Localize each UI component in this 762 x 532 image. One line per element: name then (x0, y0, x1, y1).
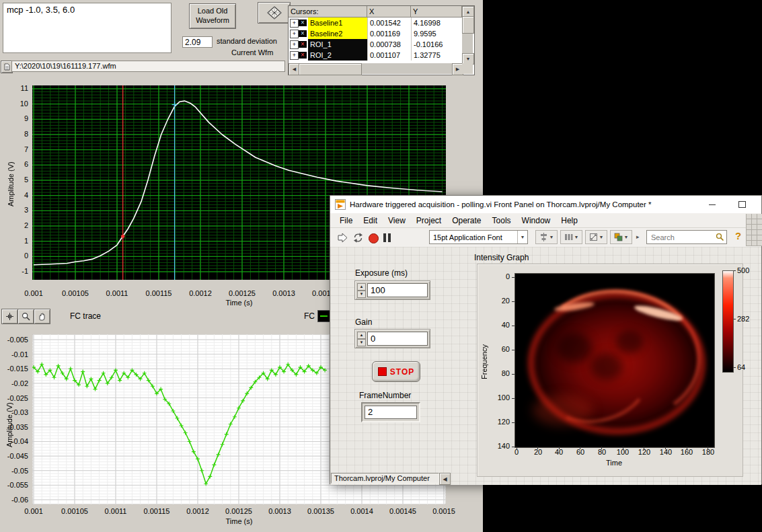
cursor-swatch: × (299, 30, 307, 37)
tick-label: -0.015 (4, 365, 28, 373)
fc-plot-legend[interactable] (317, 310, 330, 322)
graph-tool-cursor-button[interactable] (1, 309, 18, 324)
row-expander-icon[interactable]: + (290, 30, 299, 38)
increment-icon[interactable]: ▲ (357, 332, 366, 339)
gain-spinner[interactable]: ▲ ▼ (357, 332, 366, 346)
row-expander-icon[interactable]: + (290, 51, 299, 60)
hscroll-thumb[interactable] (299, 63, 362, 75)
decrement-icon[interactable]: ▼ (357, 339, 366, 346)
magnifier-icon (22, 312, 30, 321)
menu-window[interactable]: Window (517, 214, 556, 227)
menu-bar: File Edit View Project Operate Tools Win… (330, 213, 761, 228)
hand-icon (38, 312, 46, 321)
tick-label: 11 (8, 84, 28, 92)
menu-project[interactable]: Project (411, 214, 447, 227)
status-nav-left-button[interactable]: ◀ (439, 473, 451, 485)
row-expander-icon[interactable]: + (290, 19, 299, 28)
menu-view[interactable]: View (383, 214, 411, 227)
cursor-legend-col-y: Y (411, 6, 462, 17)
exposure-control[interactable]: ▲ ▼ 100 (354, 280, 430, 300)
gain-value-field[interactable]: 0 (367, 332, 428, 346)
tick-label: 120 (638, 448, 650, 456)
maximize-button[interactable] (727, 196, 757, 213)
exposure-value-field[interactable]: 100 (367, 283, 428, 297)
help-button[interactable]: ? (735, 230, 741, 241)
fc-legend-line (320, 315, 328, 317)
cursor-y-value[interactable]: 1.32775 (411, 50, 462, 61)
increment-icon[interactable]: ▲ (357, 283, 366, 291)
tick-label: 0.00145 (389, 507, 416, 515)
tick-label: 0.0012 (186, 507, 209, 515)
pause-button[interactable] (383, 233, 391, 242)
row-expander-icon[interactable]: + (290, 40, 299, 49)
exposure-label: Exposure (ms) (355, 268, 408, 278)
menu-help[interactable]: Help (556, 214, 583, 227)
font-selector[interactable]: 15pt Application Font ▼ (429, 230, 528, 244)
run-button[interactable] (337, 232, 348, 243)
load-old-waveform-button[interactable]: Load Old Waveform (189, 3, 236, 29)
menu-tools[interactable]: Tools (487, 214, 517, 227)
tick-label: 40 (490, 321, 510, 329)
cursor-legend: Cursors: X Y + × Baseline1 0.001542 4.16… (288, 5, 475, 75)
menu-edit[interactable]: Edit (358, 214, 383, 227)
cursor-legend-col-x: X (367, 6, 411, 17)
mcp-string-control[interactable]: mcp -1.0, 3.5, 6.0 (3, 3, 172, 53)
gain-control[interactable]: ▲ ▼ 0 (354, 329, 430, 348)
std-deviation-field[interactable]: 2.09 (182, 36, 213, 48)
menu-operate[interactable]: Operate (447, 214, 486, 227)
cursor-x-value[interactable]: 0.001542 (367, 17, 411, 28)
chevron-down-icon: ▼ (624, 235, 629, 239)
tick-label: -0.03 (4, 408, 28, 416)
align-objects-button[interactable]: ▼ (535, 230, 558, 244)
tick-label: 20 (490, 297, 510, 305)
tick-label: 0.0011 (106, 289, 128, 297)
tick-label: -1 (8, 267, 28, 275)
tick-label: -0.055 (4, 481, 28, 489)
tick-label: 282 (737, 315, 749, 323)
abort-button[interactable] (369, 233, 379, 243)
menu-file[interactable]: File (334, 214, 358, 227)
exposure-spinner[interactable]: ▲ ▼ (357, 283, 366, 297)
decrement-icon[interactable]: ▼ (357, 291, 366, 298)
graph-tool-pan-button[interactable] (34, 309, 50, 324)
stop-button-label: STOP (390, 367, 414, 377)
cursor-name[interactable]: Baseline1 (308, 17, 367, 28)
fc-trace-label: FC trace (70, 311, 101, 321)
tick-label: 0.00105 (62, 289, 89, 297)
wfm-path-field[interactable]: Y:\2020\10\19\161119.177.wfm (11, 61, 285, 72)
graph-tool-zoom-button[interactable] (17, 309, 34, 324)
run-continuous-button[interactable] (352, 232, 364, 243)
tick-label: 60 (490, 345, 510, 353)
minimize-button[interactable] (697, 196, 727, 213)
cursor-x-value[interactable]: 0.001107 (367, 50, 411, 61)
reorder-objects-button[interactable]: ▼ (610, 230, 632, 244)
search-box[interactable] (646, 230, 727, 244)
vscroll-thumb[interactable] (462, 16, 474, 34)
cursor-y-value[interactable]: 9.9595 (411, 28, 462, 39)
cursor-name[interactable]: Baseline2 (308, 28, 367, 39)
tick-label: 1 (8, 237, 28, 245)
stop-button[interactable]: STOP (372, 361, 420, 382)
resize-objects-button[interactable]: ▼ (585, 230, 607, 244)
cursor-x-value[interactable]: 0.001169 (367, 28, 411, 39)
tick-label: -0.025 (4, 394, 28, 402)
distribute-objects-button[interactable]: ▼ (560, 230, 582, 244)
cursor-y-value[interactable]: 4.16998 (411, 17, 462, 28)
cursor-x-value[interactable]: 0.000738 (367, 39, 411, 50)
beam-image-layer (533, 395, 593, 426)
tick-label: 0.00125 (229, 289, 256, 297)
cursor-name[interactable]: ROI_2 (308, 50, 367, 61)
tick-label: 160 (681, 448, 693, 456)
beam-image-layer (616, 330, 643, 353)
cursor-name[interactable]: ROI_1 (308, 39, 367, 50)
toolbar-chevron-icon[interactable]: ▸ (636, 233, 640, 240)
diamond-icon-button[interactable] (258, 2, 291, 24)
window-titlebar[interactable]: Hardware triggered acquisition - polling… (330, 196, 761, 213)
tick-label: 0 (490, 272, 510, 280)
search-input[interactable] (647, 231, 713, 241)
tick-label: 140 (490, 442, 510, 450)
tick-label: 9 (8, 114, 28, 122)
pause-icon (388, 233, 391, 242)
tick-label: 0.00115 (144, 507, 170, 515)
cursor-y-value[interactable]: -0.10166 (411, 39, 462, 50)
